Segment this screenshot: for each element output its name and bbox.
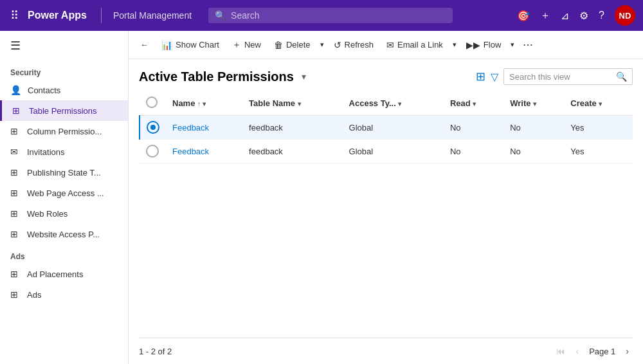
view-search-icon[interactable]: 🔍 [616, 71, 627, 82]
filter-icon[interactable]: ▽ [491, 71, 498, 83]
table-row[interactable]: FeedbackfeedbackGlobalNoNoYes [140, 140, 633, 163]
add-icon[interactable]: ＋ [540, 9, 550, 23]
delete-label: Delete [286, 40, 311, 50]
row-name-link-1[interactable]: Feedback [172, 147, 209, 156]
title-chevron-icon[interactable]: ▾ [302, 71, 306, 82]
row-read-1: No [444, 140, 503, 163]
create-sort-icon[interactable]: ▾ [599, 100, 602, 107]
prev-page-btn[interactable]: ‹ [572, 343, 583, 359]
header-select-all[interactable] [146, 96, 158, 108]
table-name-sort-icon[interactable]: ▾ [298, 100, 301, 107]
col-access-type: Access Ty... ▾ [343, 91, 444, 116]
goal-icon[interactable]: 🎯 [517, 10, 530, 22]
next-page-btn[interactable]: › [622, 343, 633, 359]
email-icon: ✉ [386, 40, 394, 50]
table-wrapper: Name ↑ ▾ Table Name ▾ Access Ty... ▾ Rea… [139, 91, 633, 338]
sidebar-section-ads: Ads [0, 244, 128, 264]
top-nav: ⠿ Power Apps Portal Management 🔍 🎯 ＋ ⊿ ⚙… [0, 0, 643, 31]
new-icon: ＋ [232, 39, 241, 51]
sidebar-item-ad-placements[interactable]: ⊞Ad Placements [0, 264, 128, 284]
back-icon: ← [140, 40, 149, 50]
toolbar: ← 📊 Show Chart ＋ New 🗑 Delete ▾ ↺ Refres… [129, 31, 643, 59]
refresh-label: Refresh [345, 40, 374, 50]
sidebar-item-contacts[interactable]: 👤Contacts [0, 80, 128, 100]
hamburger-icon[interactable]: ☰ [0, 31, 128, 60]
web-roles-icon: ⊞ [10, 208, 21, 219]
row-radio-cell-1 [140, 140, 166, 163]
refresh-icon: ↺ [334, 40, 341, 50]
filter-nav-icon[interactable]: ⊿ [561, 10, 569, 22]
first-page-btn[interactable]: ⏮ [552, 343, 569, 359]
email-link-label: Email a Link [397, 40, 443, 50]
delete-button[interactable]: 🗑 Delete [267, 36, 317, 54]
main-content: ← 📊 Show Chart ＋ New 🗑 Delete ▾ ↺ Refres… [129, 31, 643, 364]
sidebar-item-label-invitations: Invitations [27, 147, 65, 157]
row-radio-0[interactable] [147, 121, 159, 134]
delete-dropdown[interactable]: ▾ [317, 37, 327, 53]
global-search-input[interactable] [231, 10, 446, 21]
row-access-type-0: Global [343, 116, 444, 140]
sidebar-item-publishing-state[interactable]: ⊞Publishing State T... [0, 162, 128, 183]
sidebar-item-label-publishing-state: Publishing State T... [27, 168, 101, 177]
row-name-0: Feedback [166, 116, 242, 140]
row-create-0: Yes [564, 116, 633, 140]
global-search: 🔍 [208, 8, 453, 23]
help-icon[interactable]: ? [599, 10, 604, 21]
publishing-state-icon: ⊞ [10, 167, 21, 177]
row-name-link-0[interactable]: Feedback [172, 123, 209, 132]
read-sort-icon[interactable]: ▾ [473, 100, 476, 107]
sidebar-item-table-permissions[interactable]: ⊞Table Permissions [0, 100, 128, 121]
sidebar-item-label-column-permissions: Column Permissio... [27, 127, 102, 136]
search-this-view-input[interactable] [509, 72, 612, 82]
pagination-nav: ⏮ ‹ Page 1 › [552, 343, 633, 359]
back-button[interactable]: ← [134, 36, 155, 53]
view-columns-icon[interactable]: ⊞ [476, 69, 485, 84]
sidebar-item-web-page-access[interactable]: ⊞Web Page Access ... [0, 183, 128, 203]
layout: ☰ Security👤Contacts⊞Table Permissions⊞Co… [0, 31, 643, 364]
delete-icon: 🗑 [274, 40, 283, 50]
email-link-button[interactable]: ✉ Email a Link [380, 36, 449, 54]
more-button[interactable]: ⋯ [518, 35, 538, 55]
refresh-button[interactable]: ↺ Refresh [327, 36, 381, 54]
email-dropdown[interactable]: ▾ [449, 37, 460, 53]
content-header: Active Table Permissions ▾ ⊞ ▽ 🔍 [139, 59, 633, 91]
col-read: Read ▾ [444, 91, 503, 116]
col-table-name: Table Name ▾ [242, 91, 342, 116]
content-area: Active Table Permissions ▾ ⊞ ▽ 🔍 [129, 59, 643, 364]
flow-button[interactable]: ▶▶ Flow [460, 36, 507, 54]
sidebar-item-ads[interactable]: ⊞Ads [0, 284, 128, 305]
table-body: FeedbackfeedbackGlobalNoNoYesFeedbackfee… [140, 116, 633, 163]
sidebar-item-column-permissions[interactable]: ⊞Column Permissio... [0, 121, 128, 141]
sidebar-item-invitations[interactable]: ✉Invitations [0, 141, 128, 162]
sidebar-item-label-contacts: Contacts [28, 86, 60, 95]
avatar[interactable]: ND [615, 5, 635, 26]
sidebar: ☰ Security👤Contacts⊞Table Permissions⊞Co… [0, 31, 129, 364]
sidebar-item-label-table-permissions: Table Permissions [29, 106, 97, 116]
row-radio-1[interactable] [146, 145, 159, 158]
sidebar-item-website-access[interactable]: ⊞Website Access P... [0, 224, 128, 244]
sidebar-item-label-web-roles: Web Roles [27, 209, 68, 219]
row-create-1: Yes [564, 140, 633, 163]
waffle-icon[interactable]: ⠿ [8, 6, 21, 25]
flow-icon: ▶▶ [466, 40, 480, 50]
row-read-0: No [444, 116, 503, 140]
table-footer: 1 - 2 of 2 ⏮ ‹ Page 1 › [139, 338, 633, 364]
invitations-icon: ✉ [10, 147, 21, 157]
row-name-1: Feedback [166, 140, 242, 163]
row-table-name-1: feedback [242, 140, 342, 163]
sidebar-item-label-ad-placements: Ad Placements [27, 269, 83, 279]
show-chart-button[interactable]: 📊 Show Chart [155, 36, 226, 54]
name-sort-icon[interactable]: ↑ ▾ [197, 100, 206, 107]
sidebar-item-label-ads: Ads [27, 290, 41, 300]
write-sort-icon[interactable]: ▾ [533, 100, 536, 107]
sidebar-item-web-roles[interactable]: ⊞Web Roles [0, 203, 128, 224]
new-button[interactable]: ＋ New [226, 35, 267, 55]
access-sort-icon[interactable]: ▾ [398, 100, 401, 107]
new-label: New [244, 40, 261, 50]
table-row[interactable]: FeedbackfeedbackGlobalNoNoYes [140, 116, 633, 140]
flow-dropdown[interactable]: ▾ [507, 37, 518, 53]
row-radio-cell-0 [140, 116, 166, 140]
settings-icon[interactable]: ⚙ [579, 10, 588, 22]
permissions-table: Name ↑ ▾ Table Name ▾ Access Ty... ▾ Rea… [139, 91, 633, 163]
web-page-access-icon: ⊞ [10, 188, 21, 198]
